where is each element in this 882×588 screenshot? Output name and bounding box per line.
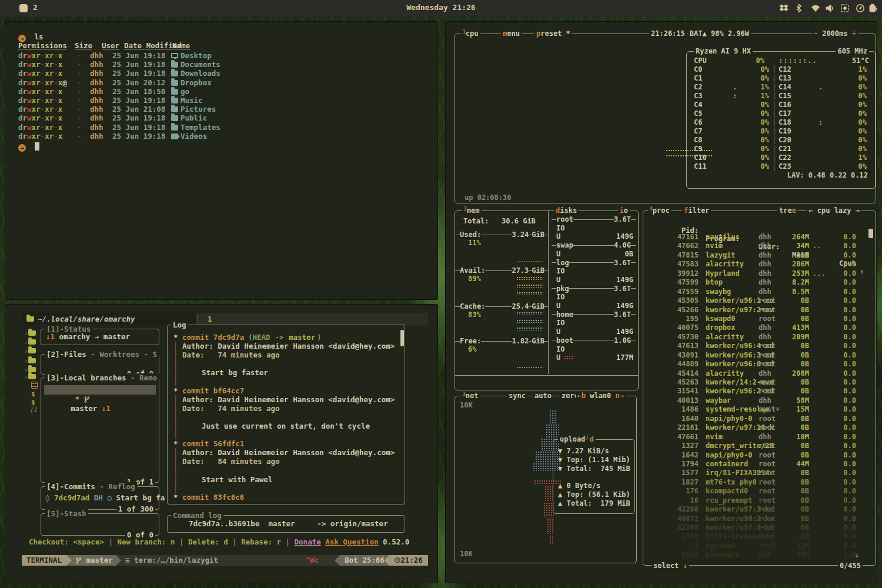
process-row[interactable]: 1642napi/phy0-0root0B0.0 (650, 451, 866, 460)
process-row[interactable]: 40075dropboxdhh413M0.0 (650, 323, 866, 332)
mem-box-title[interactable]: 2mem (462, 206, 482, 215)
mem-used-graph (516, 260, 543, 263)
panel-command-log[interactable]: Command log 7dc9d7a..b3691be master -> o… (167, 515, 405, 533)
tab-1[interactable]: 1 (208, 313, 212, 325)
net-auto-toggle[interactable]: auto (533, 392, 553, 400)
panel-commits[interactable]: [4]-Commits - Reflog ◊ 7dc9d7ad DH ○ Sta… (41, 486, 159, 510)
update-interval[interactable]: - 2000ms + (812, 29, 858, 38)
explorer-item-dollar[interactable]: $ (24, 399, 42, 407)
process-row[interactable]: 31541kworker/u96:2-sdroot0B0.0 (650, 387, 866, 396)
proc-mem: 34M (768, 242, 809, 250)
explorer-item-dollar[interactable]: $ (24, 390, 42, 399)
mem-box-divider (455, 375, 638, 376)
process-row[interactable]: 39912Hyprlanddhh253M...0.0 (650, 269, 866, 278)
battery-charging-icon[interactable] (868, 4, 878, 13)
io-toggle[interactable]: io (618, 206, 630, 215)
commit-row[interactable]: ◊ 7dc9d7ad DH ○ Start bg fa (45, 493, 165, 502)
panel-stash[interactable]: [5]-Stash 0 of 0 (41, 513, 159, 536)
ask-question-link[interactable]: Ask Question (325, 537, 378, 546)
log-commit-line[interactable]: *commit 83fc6c6 (173, 493, 399, 502)
proc-program: waybar (706, 396, 731, 405)
process-row[interactable]: 42208kworker/u97:3-kcroot0B0.0 (650, 505, 866, 514)
panel-branches[interactable]: [3]-Local branches - Remo * master ↓1 1 … (41, 377, 159, 483)
core-graph: . (733, 83, 737, 92)
status-row[interactable]: ↓1 omarchy → master (46, 332, 130, 341)
net-box-title[interactable]: 3net (461, 392, 480, 400)
process-row[interactable]: 195kswapd0root0B0.0 (650, 315, 866, 323)
process-row[interactable]: 47583alacrittydhh206M0.0 (650, 260, 866, 269)
process-row[interactable]: 46072kworker/u98:2-kvroot0B0.0 (650, 514, 866, 523)
process-row[interactable]: 45266kworker/u97:2+evroot0B0.0 (650, 306, 866, 315)
process-row[interactable]: 176kcompactd0root0B0.0 (650, 487, 866, 496)
proc-scrollbar[interactable] (868, 229, 873, 238)
log-commit-line[interactable]: *commit bf64cc7 (173, 386, 399, 395)
process-row[interactable]: 1842pipewiredhh19M1.0 (650, 550, 866, 559)
core-label: C2 (694, 83, 702, 92)
dropbox-icon[interactable] (779, 4, 789, 13)
net-sync-toggle[interactable]: sync (507, 392, 527, 400)
process-row[interactable]: 47613kworker/u96:4-sdroot0B0.0 (650, 342, 866, 350)
net-info-title[interactable]: upload┘d (558, 435, 596, 443)
process-row[interactable]: 40013waybardhh58M0.0 (650, 396, 866, 405)
screencast-icon[interactable] (840, 4, 850, 13)
explorer-item-folder[interactable]: › (24, 348, 42, 356)
panel-log[interactable]: Log *commit 7dc9d7a(HEAD -> master)│Auth… (167, 325, 405, 505)
proc-box-title[interactable]: 4proc (648, 206, 671, 215)
preset-button[interactable]: preset * (534, 29, 572, 38)
process-row[interactable]: 45414alacrittydhh208M0.0 (650, 369, 866, 378)
process-row[interactable]: 47815lazygitdhh31M0.0 (650, 251, 866, 260)
panel-files[interactable]: [2]-Files - Worktrees - S 0 of 0 (41, 354, 159, 375)
process-row[interactable]: 42389kworker/u97:4-btroot0B0.0 (650, 523, 866, 532)
explorer-item-folder[interactable]: › (24, 358, 42, 366)
core-label: C4 (694, 101, 702, 109)
process-row[interactable]: 45305kworker/u96:1-coroot0B0.0 (650, 296, 866, 305)
process-row[interactable]: 47599btopdhh8.2M0.0 (650, 278, 866, 287)
process-row[interactable]: 22161kworker/u97:10-kroot0B0.0 (650, 423, 866, 432)
divider (774, 119, 774, 126)
process-row[interactable]: 1794containerdroot44M0.0 (650, 460, 866, 469)
process-row[interactable]: 1380btrfs-transactioroot0B0.0 (650, 532, 866, 541)
disks-title[interactable]: disks (554, 206, 579, 215)
donate-link[interactable]: Donate (295, 537, 321, 546)
explorer-item-folder[interactable]: › (24, 373, 42, 382)
explorer-item-paren[interactable]: (1 (24, 406, 42, 415)
process-row[interactable]: 47661nvimdhh10M0.0 (650, 433, 866, 442)
date-modified: 25 Jun 19:18 (112, 113, 165, 122)
panel-status[interactable]: [1]-Status ↓1 omarchy → master (41, 329, 159, 345)
cpu-gauge-icon[interactable] (856, 4, 866, 13)
proc-sort-nav[interactable]: ← cpu lazy → (807, 206, 861, 215)
log-commit-line[interactable]: *commit 7dc9d7a(HEAD -> master) (173, 333, 399, 342)
bluetooth-icon[interactable] (794, 4, 804, 13)
cpu-box-title[interactable]: 1cpu (461, 29, 480, 38)
graph-pipe-row: │ (173, 484, 399, 493)
process-row[interactable]: 1486systemd-resolvesyst+15M0.0 (650, 405, 866, 414)
process-row[interactable]: 1640napi/phy0-0root0B0.0 (650, 415, 866, 423)
process-row[interactable]: 1327dmcrypt_write/25root0B0.0 (650, 442, 866, 450)
process-row[interactable]: 1827mt76-tx phy0root0B0.0 (650, 478, 866, 487)
process-row[interactable]: 47662nvimdhh34M..0.0 (650, 242, 866, 250)
proc-scroll-arrow[interactable]: ↓ (855, 551, 859, 559)
mem-avail-meter (516, 276, 543, 280)
explorer-item-scroll[interactable] (24, 382, 42, 390)
log-scrollbar[interactable] (400, 330, 404, 346)
explorer-item-folder[interactable]: › (24, 330, 42, 338)
process-row[interactable]: 44889kworker/u96:0-sdroot0B0.0 (650, 360, 866, 369)
wifi-icon[interactable] (811, 4, 821, 13)
process-row[interactable]: 1systemdroot13M0.0 (650, 542, 866, 550)
process-row[interactable]: 45730alacrittydhh209M0.0 (650, 333, 866, 342)
volume-icon[interactable] (825, 4, 835, 13)
process-row[interactable]: 43091kworker/u96:3-sdroot0B0.0 (650, 351, 866, 360)
process-row[interactable]: 47559swaybgdhh8.5M0.0 (650, 288, 866, 296)
menu-button[interactable]: menu (501, 29, 522, 38)
process-row[interactable]: 16rcu_preemptroot0B0.0 (650, 496, 866, 505)
branch-row-master[interactable]: * master ↓1 (44, 385, 156, 395)
process-row[interactable]: 47161nautilusdhh264M0.0 (650, 233, 866, 242)
proc-select-hint[interactable]: select ↓ (652, 562, 689, 570)
explorer-item-folder[interactable]: › (24, 339, 42, 347)
proc-filter-button[interactable]: filter (682, 206, 711, 215)
proc-tree-toggle[interactable]: tree (777, 206, 798, 215)
log-commit-line[interactable]: *commit 56fdfc1 (173, 439, 399, 448)
process-row[interactable]: 1577irq/81-PIXA3854:root0B0.0 (650, 469, 866, 477)
process-row[interactable]: 45263kworker/14:2-everoot0B0.0 (650, 378, 866, 387)
net-interface[interactable]: ←b wlan0 n→ (576, 392, 626, 400)
